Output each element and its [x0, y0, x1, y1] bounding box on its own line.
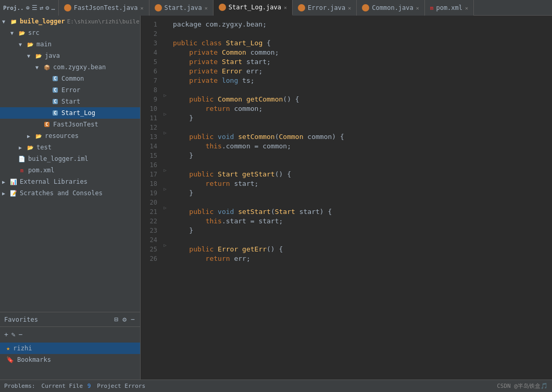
tree-item-start[interactable]: C Start: [0, 96, 140, 107]
tab-start[interactable]: Start.java ✕: [149, 0, 214, 16]
line-number: 5: [141, 57, 161, 67]
tree-item-src[interactable]: ▼ 📂 src: [0, 27, 140, 39]
tree-item-ext-libs[interactable]: ▶ 📊 External Libraries: [0, 176, 140, 187]
token-punc: (: [271, 208, 275, 216]
token-punc: [238, 245, 242, 253]
code-line: private Common common;: [173, 48, 548, 57]
class-icon-startlog: C: [51, 109, 59, 117]
project-folder-icon: 📁: [9, 17, 18, 26]
favorites-split-icon[interactable]: ⊟: [114, 315, 120, 323]
code-line: public Common getCommon() {: [173, 95, 548, 104]
token-punc: [238, 77, 242, 84]
token-punc: [214, 208, 218, 216]
tree-item-resources[interactable]: ▶ 📂 resources: [0, 130, 140, 142]
token-punc: ;: [267, 58, 271, 66]
status-problems[interactable]: Problems:: [4, 383, 35, 389]
status-project-errors[interactable]: Project Errors: [97, 383, 145, 389]
gutter-row: [161, 62, 169, 72]
arrow-down-icon: ▼: [2, 19, 9, 24]
line-number: 4: [141, 48, 161, 57]
tree-item-pkg[interactable]: ▼ 📦 com.zygxy.bean: [0, 61, 140, 73]
tree-item-error[interactable]: C Error: [0, 84, 140, 96]
code-line: private Error err;: [173, 67, 548, 76]
tree-item-scratches[interactable]: ▶ 📝 Scratches and Consoles: [0, 187, 140, 199]
fav-item-bookmarks[interactable]: 🔖 Bookmarks: [0, 354, 140, 365]
tab-startlog[interactable]: Start_Log.java ✕: [214, 0, 293, 16]
code-line: }: [173, 113, 548, 123]
layout-icon[interactable]: ☰: [32, 4, 37, 11]
favorites-minus-icon[interactable]: −: [130, 315, 136, 323]
gutter-row: ▷: [161, 128, 169, 137]
line-number: 11: [141, 113, 161, 123]
project-icon: Proj..: [3, 5, 24, 11]
code-line: return common;: [173, 104, 548, 113]
method-marker-icon: ▷: [164, 205, 166, 210]
token-punc: ;: [250, 77, 255, 84]
tree-item-common[interactable]: C Common: [0, 73, 140, 84]
arrow-down-icon: ▼: [19, 42, 26, 47]
add-icon[interactable]: ⊕: [26, 4, 30, 11]
status-watermark: CSDN @半岛铁盒🎵: [497, 382, 548, 390]
tab-common[interactable]: Common.java ✕: [357, 0, 425, 16]
line-number: 22: [141, 217, 161, 226]
tab-startlog-close[interactable]: ✕: [284, 5, 287, 10]
tree-item-root[interactable]: ▼ 📁 buile_logger E:\shixun\rizhi\buile: [0, 16, 140, 27]
method-marker-icon: ▷: [164, 111, 166, 117]
tree-item-startlog[interactable]: C Start_Log: [0, 107, 140, 119]
token-punc: [214, 170, 218, 178]
dots-icon[interactable]: …: [51, 4, 55, 11]
favorites-gear-icon[interactable]: ⚙: [121, 315, 128, 323]
tab-error[interactable]: Error.java ✕: [293, 0, 357, 16]
token-kw2: public: [173, 133, 214, 141]
token-punc: ;: [279, 217, 283, 225]
ext-libs-icon: 📊: [9, 178, 18, 186]
tree-item-pom[interactable]: m pom.xml: [0, 165, 140, 176]
tab-fastjson-close[interactable]: ✕: [141, 5, 144, 11]
gutter-row: ▷: [161, 109, 169, 119]
tree-item-main[interactable]: ▼ 📂 main: [0, 39, 140, 50]
tab-pom[interactable]: m pom.xml ✕: [425, 0, 474, 16]
code-line: public Error getErr() {: [173, 245, 548, 254]
fav-add-icon[interactable]: +: [4, 331, 8, 338]
sidebar: ▼ 📁 buile_logger E:\shixun\rizhi\buile ▼…: [0, 16, 141, 380]
token-punc: ;: [275, 48, 279, 56]
fav-item-rizhi[interactable]: ★ rizhi: [0, 343, 140, 354]
tab-start-label: Start.java: [165, 4, 202, 11]
code-line: this.common = common;: [173, 142, 548, 151]
method-marker-icon: ▷: [164, 93, 166, 98]
tab-pom-close[interactable]: ✕: [465, 5, 468, 11]
folder-icon: 📂: [18, 29, 26, 37]
tree-item-java[interactable]: ▼ 📂 java: [0, 50, 140, 61]
tab-fastjson[interactable]: FastJsonTest.java ✕: [59, 0, 149, 16]
gutter-row: [161, 156, 169, 166]
tree-label-fastjson: FastJsonTest: [53, 121, 98, 128]
token-punc: [218, 58, 222, 66]
status-current-file[interactable]: Current File 9: [42, 383, 91, 389]
fav-label-bookmarks: Bookmarks: [17, 356, 51, 363]
tree-item-test[interactable]: ▶ 📂 test: [0, 142, 140, 153]
tab-start-close[interactable]: ✕: [205, 5, 208, 11]
token-type: void: [218, 133, 234, 141]
tab-error-close[interactable]: ✕: [348, 5, 351, 11]
gear-icon[interactable]: ⚙: [45, 4, 49, 11]
arrows-icon[interactable]: ⇄: [40, 4, 43, 11]
fav-edit-icon[interactable]: ✎: [11, 331, 16, 338]
token-var: common: [250, 48, 275, 56]
token-kw2: private: [173, 77, 218, 84]
line-number: 7: [141, 76, 161, 85]
tab-common-close[interactable]: ✕: [416, 5, 419, 11]
token-fn: setCommon: [238, 133, 274, 141]
tree-item-fastjson[interactable]: C FastJsonTest: [0, 119, 140, 130]
fav-remove-icon[interactable]: −: [19, 331, 23, 338]
code-lines[interactable]: package com.zygxy.bean; public class Sta…: [169, 16, 552, 380]
token-punc: ;: [246, 255, 250, 262]
token-var: ts: [242, 77, 250, 84]
token-punc: () {: [275, 170, 291, 178]
folder-icon: 📂: [26, 40, 34, 48]
tree-item-iml[interactable]: 📄 buile_logger.iml: [0, 153, 140, 165]
arrow-right-icon: ▶: [27, 133, 34, 139]
line-number: 14: [141, 142, 161, 151]
gutter-row: ▷: [161, 241, 169, 250]
line-number: 26: [141, 254, 161, 263]
method-marker-icon: ▷: [164, 186, 166, 192]
